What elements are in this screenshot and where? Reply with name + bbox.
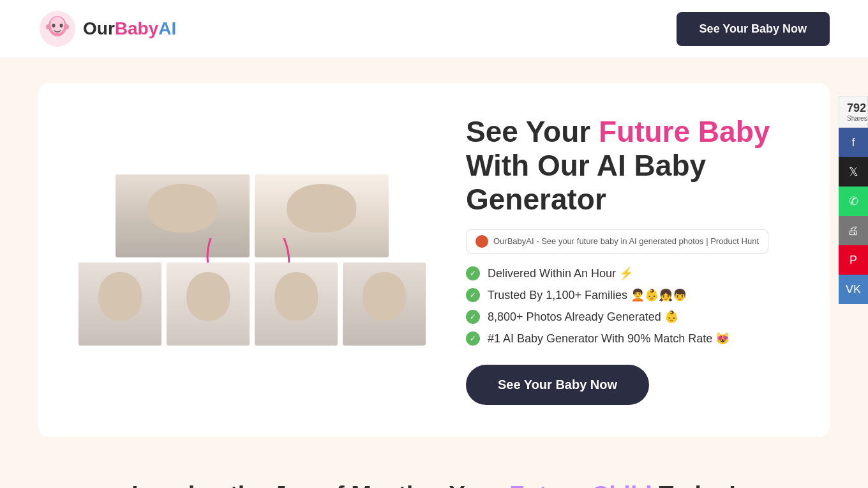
bottom-text-part1: Imagine the Joy of Meeting Your [131,482,509,488]
share-count-box: 792 Shares [839,96,868,128]
logo-icon [38,10,77,48]
svg-point-4 [64,24,69,29]
child-photo-2 [167,263,250,346]
hero-content: See Your Future Baby With Our AI Baby Ge… [466,115,791,405]
vk-share-button[interactable]: VK [839,275,868,304]
share-label: Shares [847,115,860,122]
twitter-share-button[interactable]: 𝕏 [839,157,868,187]
svg-point-3 [46,24,51,29]
feature-text-3: 8,800+ Photos Already Generated 👶 [488,310,678,324]
share-sidebar: 792 Shares f 𝕏 ✆ 🖨 P VK [839,96,868,304]
hero-card: See Your Future Baby With Our AI Baby Ge… [38,83,830,437]
check-icon-3: ✓ [466,310,480,324]
pinterest-share-button[interactable]: P [839,245,868,275]
feature-item-3: ✓ 8,800+ Photos Already Generated 👶 [466,310,791,324]
facebook-share-button[interactable]: f [839,128,868,157]
bottom-text-part2: Today! [652,482,737,488]
whatsapp-share-button[interactable]: ✆ [839,187,868,216]
child-photo-3 [255,263,338,346]
header-cta-button[interactable]: See Your Baby Now [677,12,830,46]
logo-text: OurBabyAI [83,19,176,39]
bottom-text: Imagine the Joy of Meeting Your Future C… [38,462,830,488]
svg-point-5 [52,24,56,27]
child-photo-1 [79,263,161,346]
hero-title: See Your Future Baby With Our AI Baby Ge… [466,115,791,217]
print-share-button[interactable]: 🖨 [839,216,868,245]
hero-title-part2: With Our AI Baby Generator [466,149,706,216]
share-count: 792 [847,102,860,115]
feature-item-1: ✓ Delivered Within An Hour ⚡ [466,266,791,280]
image-collage [77,174,428,346]
bottom-text-highlight: Future Child [509,482,652,488]
check-icon-1: ✓ [466,266,480,280]
feature-text-4: #1 AI Baby Generator With 90% Match Rate… [488,332,730,346]
main-section: See Your Future Baby With Our AI Baby Ge… [0,57,868,488]
feature-text-1: Delivered Within An Hour ⚡ [488,266,633,280]
check-icon-2: ✓ [466,288,480,302]
feature-text-2: Trusted By 1,100+ Families 🧑‍🦱👶👧👦 [488,288,687,302]
header: OurBabyAI See Your Baby Now [0,0,868,57]
hero-title-highlight: Future Baby [599,115,770,148]
feature-item-2: ✓ Trusted By 1,100+ Families 🧑‍🦱👶👧👦 [466,288,791,302]
check-icon-4: ✓ [466,332,480,346]
hero-cta-button[interactable]: See Your Baby Now [466,365,649,405]
feature-list: ✓ Delivered Within An Hour ⚡ ✓ Trusted B… [466,266,791,346]
ph-logo-icon [475,235,488,248]
feature-item-4: ✓ #1 AI Baby Generator With 90% Match Ra… [466,332,791,346]
svg-point-6 [60,24,63,27]
hero-title-part1: See Your [466,115,599,148]
product-hunt-badge[interactable]: OurBabyAI - See your future baby in AI g… [466,229,768,254]
child-photo-4 [343,263,426,346]
product-hunt-text: OurBabyAI - See your future baby in AI g… [493,236,759,246]
logo: OurBabyAI [38,10,176,48]
